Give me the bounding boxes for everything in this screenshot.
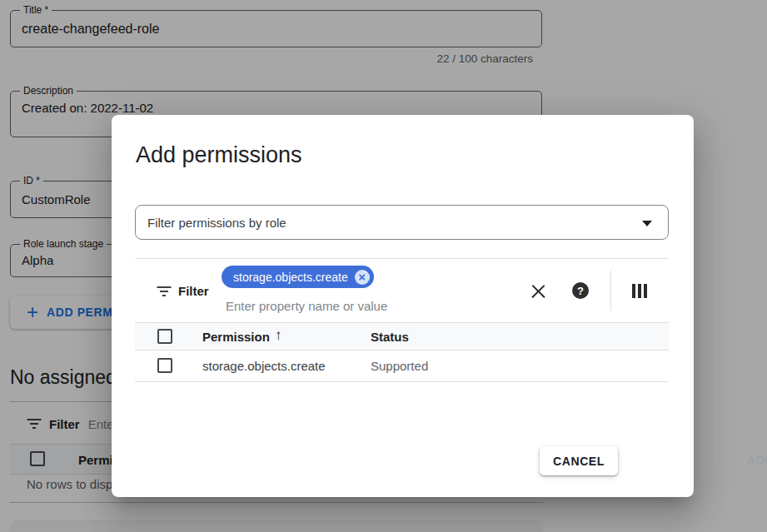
column-header-permission[interactable]: Permission	[202, 330, 270, 344]
column-header-status[interactable]: Status	[371, 330, 409, 344]
filter-chip[interactable]: storage.objects.create ×	[222, 266, 374, 288]
column-display-icon[interactable]	[632, 284, 647, 298]
table-row[interactable]: storage.objects.create Supported	[135, 351, 669, 382]
dialog-table-header: Permission ↑ Status	[135, 322, 669, 351]
cell-status: Supported	[371, 359, 428, 373]
add-button[interactable]: ADD	[747, 446, 767, 475]
add-permissions-dialog: Add permissions Filter permissions by ro…	[112, 115, 694, 497]
select-all-checkbox[interactable]	[157, 329, 172, 344]
divider	[135, 258, 669, 259]
cancel-button[interactable]: CANCEL	[540, 446, 618, 475]
filter-permissions-by-role-select[interactable]: Filter permissions by role	[135, 205, 669, 240]
help-icon[interactable]: ?	[572, 282, 589, 299]
filter-icon	[157, 286, 171, 296]
sort-ascending-icon[interactable]: ↑	[275, 327, 282, 344]
dialog-filter-bar: Filter	[157, 284, 209, 298]
row-checkbox[interactable]	[157, 358, 172, 373]
cell-permission: storage.objects.create	[202, 359, 326, 373]
divider	[610, 271, 611, 311]
clear-filters-icon[interactable]	[530, 283, 546, 299]
dialog-title: Add permissions	[136, 142, 302, 168]
chevron-down-icon	[642, 221, 652, 226]
role-select-value: Filter permissions by role	[147, 216, 286, 230]
chip-remove-icon[interactable]: ×	[355, 270, 370, 285]
filter-chip-text: storage.objects.create	[233, 271, 348, 284]
filter-input-placeholder[interactable]: Enter property name or value	[226, 299, 387, 313]
filter-label: Filter	[178, 284, 209, 298]
